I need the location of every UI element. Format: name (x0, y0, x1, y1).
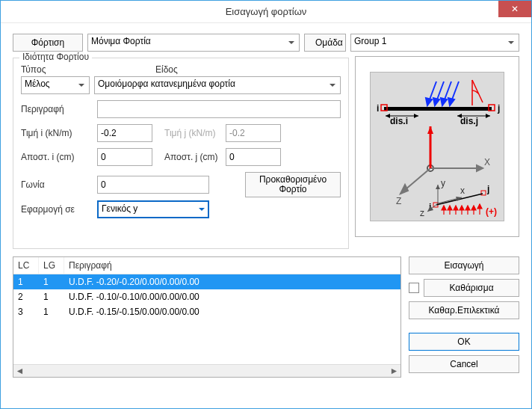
table-row[interactable]: 11U.D.F. -0.20/-0.20/0.00/0.00/0.00 (13, 274, 400, 289)
group-button-label: Ομάδα (315, 37, 343, 48)
clear-checkbox[interactable] (409, 283, 419, 293)
value-j-label: Τιμή j (kN/m) (157, 128, 221, 138)
dist-i-label: Αποστ. i (cm) (21, 152, 93, 162)
ok-button-label: OK (457, 336, 470, 347)
table-row[interactable]: 21U.D.F. -0.10/-0.10/0.00/0.00/0.00 (13, 289, 400, 304)
cell-lg: 1 (39, 274, 64, 289)
cancel-button[interactable]: Cancel (409, 355, 519, 373)
th-desc[interactable]: Περιγραφή (64, 257, 400, 274)
load-diagram-svg: i j dis.i dis.j (371, 73, 505, 222)
cancel-button-label: Cancel (450, 359, 477, 369)
group-button[interactable]: Ομάδα (304, 34, 346, 52)
dialog-window: Εισαγωγή φορτίων ✕ Φόρτιση Μόνιμα Φορτία… (0, 0, 532, 409)
svg-marker-46 (471, 206, 476, 210)
top-row: Φόρτιση Μόνιμα Φορτία Ομάδα Group 1 (13, 34, 519, 52)
dist-j-label: Αποστ. j (cm) (157, 152, 221, 162)
svg-marker-14 (441, 98, 447, 105)
load-button[interactable]: Φόρτιση (13, 34, 83, 52)
action-buttons: Εισαγωγή Καθάρισμα Καθαρ.Επιλεκτικά OK C… (409, 256, 519, 378)
local-j: j (486, 184, 489, 194)
axis-x: X (484, 157, 490, 167)
svg-marker-21 (477, 165, 483, 171)
row-values: Τιμή i (kN/m) Τιμή j (kN/m) (21, 124, 341, 142)
preset-load-button[interactable]: Προκαθορισμένο Φορτίο (245, 172, 341, 197)
insert-button[interactable]: Εισαγωγή (409, 256, 519, 274)
description-input[interactable] (97, 100, 341, 118)
th-lc[interactable]: LC (13, 257, 39, 274)
table-header: LC LG Περιγραφή (13, 257, 400, 274)
horizontal-scrollbar[interactable]: ◄ ► (13, 364, 400, 377)
cell-desc: U.D.F. -0.15/-0.15/0.00/0.00/0.00 (64, 304, 400, 319)
load-diagram: i j dis.i dis.j (370, 72, 504, 221)
cell-desc: U.D.F. -0.20/-0.20/0.00/0.00/0.00 (64, 274, 400, 289)
loads-table: LC LG Περιγραφή 11U.D.F. -0.20/-0.20/0.0… (13, 256, 401, 378)
kind-value: Ομοιόμορφα κατανεμημένα φορτία (98, 79, 235, 89)
fieldset-legend: Ιδιότητα Φορτίου (19, 52, 92, 62)
svg-marker-42 (460, 206, 464, 210)
clear-button-label: Καθάρισμα (449, 283, 493, 293)
load-type-select[interactable]: Μόνιμα Φορτία (87, 34, 300, 52)
local-x: x (460, 185, 465, 196)
j-label: j (497, 103, 500, 114)
svg-marker-8 (486, 114, 490, 118)
local-z: z (420, 208, 424, 218)
kind-select[interactable]: Ομοιόμορφα κατανεμημένα φορτία (94, 76, 341, 94)
dist-j-input[interactable] (226, 148, 281, 166)
svg-marker-10 (426, 98, 432, 105)
type-select[interactable]: Μέλος (21, 76, 90, 94)
svg-marker-12 (433, 98, 439, 105)
dis-i-text: dis.i (390, 116, 408, 126)
close-icon: ✕ (511, 4, 519, 14)
apply-value: Γενικός y (102, 203, 137, 214)
bottom-row: LC LG Περιγραφή 11U.D.F. -0.20/-0.20/0.0… (13, 256, 519, 378)
group-select[interactable]: Group 1 (350, 34, 519, 52)
svg-marker-25 (427, 126, 433, 134)
kind-label: Είδος (155, 64, 178, 75)
cell-lg: 1 (39, 304, 64, 319)
th-lg[interactable]: LG (39, 257, 64, 274)
apply-label: Εφαρμογή σε (21, 204, 93, 215)
cell-desc: U.D.F. -0.10/-0.10/0.00/0.00/0.00 (64, 289, 400, 304)
titlebar: Εισαγωγή φορτίων ✕ (1, 1, 531, 23)
preview-col: i j dis.i dis.j (355, 56, 519, 249)
value-j-input (226, 124, 281, 142)
scroll-left-icon[interactable]: ◄ (13, 365, 26, 378)
clear-selective-button[interactable]: Καθαρ.Επιλεκτικά (409, 301, 519, 319)
dis-j-text: dis.j (460, 116, 478, 126)
preview-box: i j dis.i dis.j (355, 56, 519, 237)
svg-marker-6 (414, 114, 418, 118)
clear-button[interactable]: Καθάρισμα (424, 279, 519, 297)
row-distances: Αποστ. i (cm) Αποστ. j (cm) (21, 148, 341, 166)
table-body[interactable]: 11U.D.F. -0.20/-0.20/0.00/0.00/0.0021U.D… (13, 274, 400, 364)
clear-selective-label: Καθαρ.Επιλεκτικά (428, 305, 499, 316)
angle-input[interactable] (97, 176, 209, 194)
table-row[interactable]: 31U.D.F. -0.15/-0.15/0.00/0.00/0.00 (13, 304, 400, 319)
insert-button-label: Εισαγωγή (444, 260, 483, 271)
group-value: Group 1 (354, 36, 386, 46)
scroll-right-icon[interactable]: ► (388, 365, 400, 378)
cell-lg: 1 (39, 289, 64, 304)
value-i-input[interactable] (97, 124, 152, 142)
ok-button[interactable]: OK (409, 333, 519, 351)
load-button-label: Φόρτιση (31, 37, 64, 48)
svg-marker-48 (477, 204, 482, 209)
clear-row: Καθάρισμα (409, 279, 519, 297)
dialog-body: Φόρτιση Μόνιμα Φορτία Ομάδα Group 1 Ιδιό… (1, 23, 531, 387)
row-type-kind: Μέλος Ομοιόμορφα κατανεμημένα φορτία (21, 76, 341, 94)
row-type-kind-labels: Τύπος Είδος (21, 64, 341, 75)
window-title: Εισαγωγή φορτίων (226, 6, 307, 17)
svg-marker-38 (448, 206, 452, 210)
cell-lc: 1 (13, 274, 39, 289)
cell-lc: 2 (13, 289, 39, 304)
type-label: Τύπος (21, 64, 93, 75)
i-label: i (377, 103, 379, 114)
close-button[interactable]: ✕ (498, 1, 531, 17)
axis-z: Z (396, 196, 401, 206)
mid-row: Ιδιότητα Φορτίου Τύπος Είδος Μέλος Ομοιό… (13, 56, 519, 249)
dist-i-input[interactable] (97, 148, 152, 166)
description-label: Περιγραφή (21, 104, 93, 114)
svg-marker-30 (436, 185, 440, 189)
svg-marker-44 (466, 206, 470, 210)
apply-select[interactable]: Γενικός y (97, 200, 209, 218)
preset-load-label: Προκαθορισμένο Φορτίο (259, 174, 327, 194)
